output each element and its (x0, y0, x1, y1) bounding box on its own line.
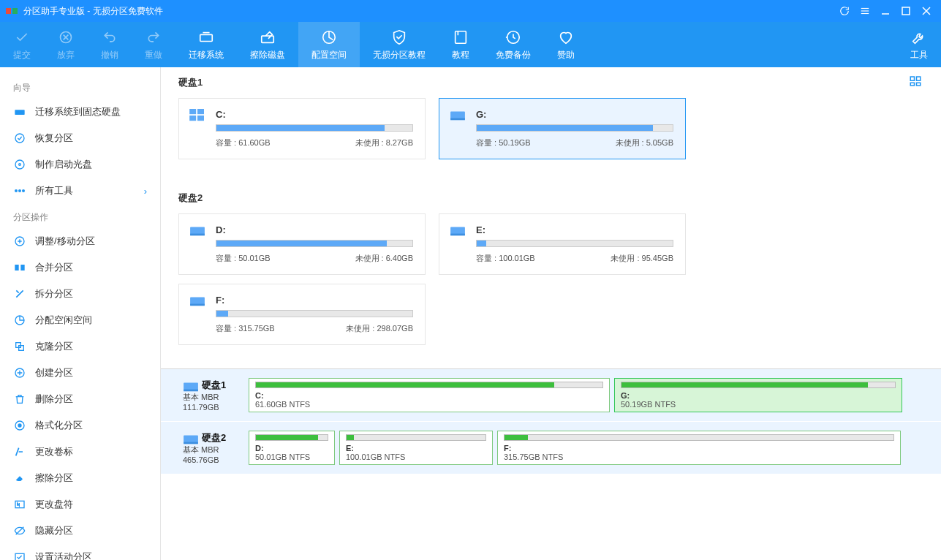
shield-icon (390, 29, 408, 46)
partition-segment[interactable]: F:315.75GB NTFS (497, 431, 901, 465)
main-panel: 硬盘1C:容量 : 61.60GB未使用 : 8.27GBG:容量 : 50.1… (161, 67, 941, 560)
disk-map-row: 硬盘2基本 MBR465.76GBD:50.01GB NTFSE:100.01G… (161, 422, 941, 474)
guide-button[interactable]: 教程 (439, 22, 483, 67)
wizard-item[interactable]: 所有工具› (0, 178, 160, 204)
unused-label: 未使用 : 8.27GB (355, 137, 413, 148)
wizard-item[interactable]: 迁移系统到固态硬盘 (0, 99, 160, 125)
sidebar-item-label: 制作启动光盘 (35, 158, 92, 171)
allocate-button[interactable]: 配置空间 (298, 22, 360, 67)
donate-button[interactable]: 赞助 (544, 22, 588, 67)
svg-rect-51 (190, 234, 205, 236)
seg-size: 61.60GB NTFS (255, 400, 603, 409)
svg-rect-16 (456, 31, 466, 43)
svg-rect-40 (910, 77, 914, 80)
partition-icon (450, 224, 466, 238)
sidebar-item-label: 格式化分区 (35, 419, 83, 432)
usage-bar (216, 310, 413, 317)
toolbar: 提交 放弃 撤销 重做 迁移系统 擦除磁盘 配置空间 无损分区教程 教程 免费备… (0, 22, 941, 67)
partition-icon (189, 295, 205, 308)
svg-point-21 (15, 160, 24, 169)
close-button[interactable] (918, 2, 935, 20)
menu-button[interactable] (856, 2, 874, 20)
partition-card[interactable]: D:容量 : 50.01GB未使用 : 6.40GB (178, 213, 426, 275)
wipe-button[interactable]: 擦除磁盘 (237, 22, 298, 67)
discard-button: 放弃 (44, 22, 88, 67)
seg-size: 315.75GB NTFS (504, 453, 894, 461)
partition-letter: G: (476, 109, 673, 120)
svg-point-23 (15, 189, 18, 192)
disk-map-row: 硬盘1基本 MBR111.79GBC:61.60GB NTFSG:50.19GB… (161, 369, 941, 422)
ops-item[interactable]: 擦除分区 (0, 465, 160, 491)
ops-item[interactable]: 合并分区 (0, 254, 160, 281)
refresh-button[interactable] (836, 2, 853, 20)
ops-item[interactable]: 创建分区 (0, 360, 160, 386)
sidebar-item-label: 拆分分区 (35, 287, 73, 300)
svg-rect-42 (910, 83, 914, 86)
wipe-icon (259, 29, 276, 46)
svg-rect-43 (917, 83, 921, 86)
ops-item[interactable]: 更改盘符 (0, 491, 160, 518)
sidebar-item-label: 调整/移动分区 (35, 235, 95, 248)
heart-icon (557, 29, 575, 46)
ops-item[interactable]: 更改卷标 (0, 439, 160, 465)
letter-icon (13, 498, 26, 511)
backup-button[interactable]: 免费备份 (483, 22, 544, 67)
disk-info: 硬盘1基本 MBR111.79GB (178, 378, 244, 412)
capacity-label: 容量 : 61.60GB (216, 137, 271, 148)
ops-item[interactable]: 删除分区 (0, 386, 160, 412)
minimize-button[interactable] (877, 2, 894, 20)
undo-icon (101, 29, 118, 46)
usage-bar (216, 240, 413, 247)
check-icon (13, 29, 31, 46)
svg-rect-19 (15, 110, 24, 115)
partition-segment[interactable]: C:61.60GB NTFS (249, 378, 610, 412)
redo-icon (145, 29, 162, 46)
disk-icon (183, 380, 197, 390)
maximize-button[interactable] (897, 2, 915, 20)
ops-item[interactable]: 设置活动分区 (0, 544, 160, 560)
partition-card[interactable]: C:容量 : 61.60GB未使用 : 8.27GB (178, 98, 426, 159)
tools-button[interactable]: 工具 (897, 22, 941, 67)
ops-item[interactable]: 格式化分区 (0, 412, 160, 439)
wizard-item[interactable]: 恢复分区 (0, 125, 160, 151)
discard-icon (57, 29, 75, 46)
sidebar-item-label: 迁移系统到固态硬盘 (35, 105, 121, 118)
partition-segment[interactable]: G:50.19GB NTFS (614, 378, 902, 412)
sidebar-item-label: 更改卷标 (35, 445, 73, 458)
app-logo-icon (6, 5, 18, 17)
ops-item[interactable]: 调整/移动分区 (0, 228, 160, 254)
unused-label: 未使用 : 5.05GB (616, 137, 673, 148)
partition-card[interactable]: E:容量 : 100.01GB未使用 : 95.45GB (439, 213, 686, 275)
capacity-label: 容量 : 50.01GB (216, 253, 271, 264)
wrench-icon (910, 29, 928, 46)
disk-icon (13, 105, 26, 118)
seg-letter: C: (255, 391, 603, 400)
disk-icon (183, 433, 197, 443)
partition-card[interactable]: F:容量 : 315.75GB未使用 : 298.07GB (178, 284, 426, 345)
usage-bar (476, 124, 673, 132)
svg-rect-49 (450, 118, 465, 121)
restore-icon (13, 132, 26, 145)
dots-icon (13, 184, 26, 197)
partition-segment[interactable]: E:100.01GB NTFS (339, 431, 493, 465)
redo-button: 重做 (132, 22, 175, 67)
ops-item[interactable]: 隐藏分区 (0, 518, 160, 544)
partition-icon (450, 109, 466, 122)
unused-label: 未使用 : 95.45GB (611, 253, 673, 264)
view-toggle-button[interactable] (909, 75, 923, 89)
migrate-button[interactable]: 迁移系统 (175, 22, 237, 67)
svg-rect-14 (262, 36, 274, 42)
tutorial-button[interactable]: 无损分区教程 (360, 22, 439, 67)
svg-rect-37 (15, 553, 24, 560)
svg-point-25 (22, 189, 25, 192)
partition-card[interactable]: G:容量 : 50.19GB未使用 : 5.05GB (439, 98, 686, 159)
active-icon (13, 550, 26, 560)
svg-point-24 (18, 189, 21, 192)
capacity-label: 容量 : 315.75GB (216, 323, 275, 334)
svg-point-22 (19, 164, 21, 166)
ops-item[interactable]: 拆分分区 (0, 281, 160, 307)
partition-segment[interactable]: D:50.01GB NTFS (249, 431, 335, 465)
ops-item[interactable]: 分配空闲空间 (0, 307, 160, 333)
ops-item[interactable]: 克隆分区 (0, 333, 160, 360)
wizard-item[interactable]: 制作启动光盘 (0, 151, 160, 178)
